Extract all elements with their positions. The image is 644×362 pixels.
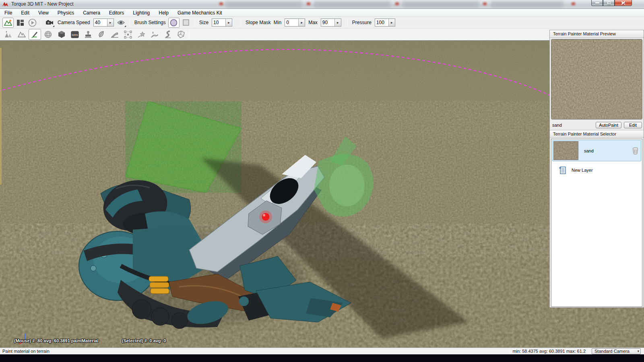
particle-editor-tool-button[interactable] xyxy=(135,29,147,40)
square-brush-button[interactable] xyxy=(180,18,192,28)
restore-icon xyxy=(607,2,611,4)
torque-logo-icon xyxy=(2,1,8,8)
titlebar-glass-reflection xyxy=(395,2,399,5)
terrain-height-tool-button[interactable] xyxy=(2,29,14,40)
toolbar-separator xyxy=(241,18,241,27)
menu-editors[interactable]: Editors xyxy=(105,9,128,16)
titlebar-glass-reflection xyxy=(402,1,479,8)
spinner-arrow-icon: ▸ xyxy=(337,21,339,25)
close-button[interactable] xyxy=(615,0,632,6)
layer-name: New Layer xyxy=(572,168,641,173)
decal-road-editor-tool-button[interactable] xyxy=(108,29,121,40)
terrain-height-tool-icon xyxy=(4,31,12,38)
layer-row-sand[interactable]: sand xyxy=(552,140,641,161)
camera-speed-label: Camera Speed xyxy=(58,20,90,25)
slope-min-label: Min xyxy=(274,20,281,25)
toolbar-separator xyxy=(189,30,190,39)
slope-min-spin-button[interactable]: ▸ xyxy=(298,19,305,26)
camera-speed-spin-button[interactable]: ▸ xyxy=(107,19,114,26)
round-brush-button[interactable] xyxy=(168,18,180,28)
torque3d-editor-window: Torque 3D MIT - New Project File Edit Vi… xyxy=(0,0,644,362)
slope-max-stepper: ▸ xyxy=(321,19,341,27)
menu-camera[interactable]: Camera xyxy=(78,9,105,16)
brush-size-stepper: ▸ xyxy=(212,19,232,27)
camera-icon xyxy=(46,20,54,25)
world-editor-button[interactable] xyxy=(2,18,14,28)
brush-size-input[interactable] xyxy=(212,19,225,26)
convex-shape-editor-tool-button[interactable] xyxy=(175,29,187,40)
menu-file[interactable]: File xyxy=(0,9,17,16)
visibility-menu-button[interactable] xyxy=(116,18,127,28)
pressure-stepper: ▸ xyxy=(375,19,395,27)
menu-edit[interactable]: Edit xyxy=(17,9,34,16)
slope-min-input[interactable] xyxy=(285,19,298,26)
status-bar: Paint material on terrain min: 58.4375 a… xyxy=(0,348,644,354)
datablock-editor-tool-button[interactable]: DATA xyxy=(68,29,81,40)
marquee-select-icon xyxy=(124,31,132,39)
titlebar-glass-reflection xyxy=(572,2,575,5)
menu-view[interactable]: View xyxy=(34,9,53,16)
new-layer-row[interactable]: New Layer xyxy=(552,161,641,179)
chevron-down-icon: ▾ xyxy=(637,349,639,353)
pressure-spin-button[interactable]: ▸ xyxy=(388,19,395,26)
play-game-button[interactable] xyxy=(27,18,38,28)
gui-editor-button[interactable] xyxy=(14,18,26,28)
material-actions-row: sand AutoPaint Edit xyxy=(550,121,644,130)
spinner-arrow-icon: ▸ xyxy=(391,21,393,25)
camera-speed-input[interactable] xyxy=(94,19,107,26)
viewport-3d[interactable]: (Mouse) #: 80 avg: 60.3891 paintMaterial… xyxy=(0,41,644,348)
mesh-road-editor-tool-button[interactable] xyxy=(161,29,174,40)
gui-editor-icon xyxy=(17,20,24,26)
statusbar-separator xyxy=(588,349,589,354)
decal-editor-tool-button[interactable] xyxy=(82,29,94,40)
river-editor-icon xyxy=(151,31,159,38)
selected-brush-stats: (Selected) #: 0 avg: 0 xyxy=(122,338,166,343)
forest-editor-tool-button[interactable] xyxy=(95,29,107,40)
window-title: Torque 3D MIT - New Project xyxy=(11,1,74,7)
delete-layer-trash-icon[interactable] xyxy=(632,147,638,154)
close-icon xyxy=(621,1,625,5)
menu-physics[interactable]: Physics xyxy=(53,9,78,16)
brush-size-label: Size xyxy=(199,20,208,25)
play-icon xyxy=(28,19,37,27)
sand-material-thumbnail xyxy=(553,141,578,160)
terrain-editor-tool-button[interactable] xyxy=(15,29,28,40)
menu-help[interactable]: Help xyxy=(154,9,173,16)
pressure-label: Pressure xyxy=(352,20,372,25)
window-titlebar[interactable]: Torque 3D MIT - New Project xyxy=(0,0,644,9)
toolbar-separator xyxy=(41,18,41,27)
spinner-arrow-icon: ▸ xyxy=(228,21,230,25)
viewport-3d-scene xyxy=(0,41,644,348)
river-editor-tool-button[interactable] xyxy=(148,29,161,40)
slope-max-label: Max xyxy=(308,20,318,25)
terrain-painter-brush-icon xyxy=(31,31,39,38)
restore-button[interactable] xyxy=(603,0,615,6)
material-selector-header: Terrain Painter Material Selector xyxy=(550,130,644,138)
camera-speed-stepper: ▸ xyxy=(93,19,114,27)
slope-max-spin-button[interactable]: ▸ xyxy=(334,19,341,26)
titlebar-glass-reflection xyxy=(491,1,564,8)
sketch-tool-button[interactable] xyxy=(55,29,68,40)
titlebar-glass-reflection xyxy=(314,1,390,8)
terrain-painter-tool-button[interactable] xyxy=(29,29,41,40)
menu-game-mechanics-kit[interactable]: Game Mechanics Kit xyxy=(173,9,227,16)
camera-mode-dropdown[interactable]: Standard Camera ▾ xyxy=(592,348,641,354)
autopaint-button[interactable]: AutoPaint xyxy=(596,122,621,128)
toolbar-separator xyxy=(347,18,348,27)
terrain-edge-skirt xyxy=(0,48,2,185)
camera-menu-button[interactable] xyxy=(44,18,55,28)
material-sphere-icon xyxy=(44,31,52,38)
brush-size-spin-button[interactable]: ▸ xyxy=(225,19,232,26)
cube-tool-icon xyxy=(58,31,65,38)
minimize-button[interactable] xyxy=(591,0,603,6)
slope-max-input[interactable] xyxy=(321,19,334,26)
pressure-input[interactable] xyxy=(375,19,388,26)
menu-lighting[interactable]: Lighting xyxy=(128,9,154,16)
terrain-painter-panel: Terrain Painter Material Preview sand Au… xyxy=(549,30,644,308)
status-message: Paint material on terrain xyxy=(2,349,506,354)
edit-material-button[interactable]: Edit xyxy=(624,122,642,128)
material-editor-tool-button[interactable] xyxy=(42,29,54,40)
shape-editor-tool-button[interactable] xyxy=(122,29,134,40)
mesh-road-icon xyxy=(164,31,171,38)
datablock-editor-icon: DATA xyxy=(71,31,79,38)
